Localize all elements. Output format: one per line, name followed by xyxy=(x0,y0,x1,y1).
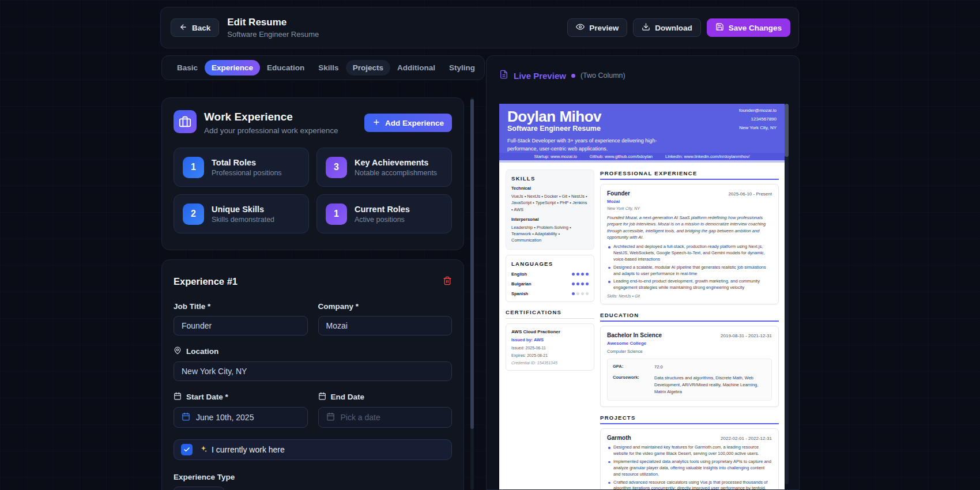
languages-title: LANGUAGES xyxy=(511,261,589,267)
job-title-input[interactable] xyxy=(174,316,308,336)
live-preview-panel: Live Preview (Two Column) Doylan Mihov S… xyxy=(486,55,800,490)
stat-value: 3 xyxy=(326,157,347,178)
tab-education[interactable]: Education xyxy=(260,60,311,76)
resume-location: New York City, NY xyxy=(739,126,777,130)
work-experience-title: Work Experience xyxy=(204,111,338,123)
tab-skills[interactable]: Skills xyxy=(311,60,345,76)
experience-company-link[interactable]: Mozai xyxy=(607,199,772,204)
end-date-placeholder: Pick a date xyxy=(341,413,380,422)
back-button[interactable]: Back xyxy=(171,18,219,37)
experience-1-card: Experience #1 Job Title * Company * xyxy=(161,259,464,490)
currently-work-here-row: I currently work here xyxy=(174,439,452,460)
bullet: Leading end-to-end product development, … xyxy=(607,278,772,291)
language-name: English xyxy=(511,272,527,277)
project-dates: 2022-02-01 - 2022-12-31 xyxy=(721,436,772,441)
education-school-link[interactable]: Awesome College xyxy=(607,341,772,346)
stat-sublabel: Notable accomplishments xyxy=(355,169,437,177)
add-experience-label: Add Experience xyxy=(385,119,444,127)
coursework-label: Coursework: xyxy=(613,375,651,395)
status-dot xyxy=(571,74,575,78)
stat-key-achievements: 3 Key Achievements Notable accomplishmen… xyxy=(316,148,452,187)
resume-link-github: Github: www.github.com/bdoylan xyxy=(590,154,653,159)
add-experience-button[interactable]: Add Experience xyxy=(364,114,452,132)
resume-phone: 1234567890 xyxy=(739,117,777,122)
location-label: Location xyxy=(186,347,218,356)
preview-button[interactable]: Preview xyxy=(567,18,627,37)
certification-issued: Issued: 2025-06-11 xyxy=(511,346,589,350)
plus-icon xyxy=(372,118,380,128)
currently-work-here-label: I currently work here xyxy=(212,445,285,454)
tab-basic[interactable]: Basic xyxy=(170,60,205,76)
experience-description: Founded Mozai, a next-generation AI SaaS… xyxy=(607,214,772,240)
editor-panel: Work Experience Add your professional wo… xyxy=(161,97,464,490)
section-tabs: Basic Experience Education Skills Projec… xyxy=(161,55,485,80)
experience-type-select[interactable] xyxy=(174,487,224,490)
top-bar: Back Edit Resume Software Engineer Resum… xyxy=(160,7,799,48)
preview-scrollbar-thumb[interactable] xyxy=(785,104,789,157)
work-experience-subtitle: Add your professional work experience xyxy=(204,126,338,135)
save-icon xyxy=(715,22,724,33)
certification-card: AWS Cloud Practioner Issued by: AWS Issu… xyxy=(506,323,594,371)
experience-1-title: Experience #1 xyxy=(174,276,238,287)
delete-experience-button[interactable] xyxy=(443,276,452,287)
editor-scrollbar-track[interactable] xyxy=(470,97,474,490)
gpa-label: GPA: xyxy=(613,364,651,371)
experience-location: New York City, NY xyxy=(607,206,772,210)
calendar-icon xyxy=(318,392,326,402)
coursework-value: Data structures and algorithms, Discrete… xyxy=(654,375,766,395)
live-preview-title: Live Preview xyxy=(514,71,566,81)
education-dates: 2019-08-31 - 2021-12-31 xyxy=(721,333,772,338)
calendar-icon xyxy=(182,412,190,423)
location-input[interactable] xyxy=(174,361,452,381)
language-level-dots xyxy=(572,273,589,276)
resume-role: Software Engineer Resume xyxy=(507,125,777,133)
tab-experience[interactable]: Experience xyxy=(205,60,260,76)
stat-sublabel: Skills demonstrated xyxy=(212,216,274,224)
skills-technical-list: VueJs • NextJs • Docker • Git • NestJs •… xyxy=(511,193,589,213)
start-date-value: June 10th, 2025 xyxy=(196,413,254,422)
resume-name: Doylan Mihov xyxy=(507,109,777,124)
download-icon xyxy=(642,22,650,33)
end-date-input[interactable]: Pick a date xyxy=(318,407,453,428)
certifications-title: CERTIFICATIONS xyxy=(506,309,594,319)
experience-dates: 2025-06-10 - Present xyxy=(728,191,772,197)
resume-preview: Doylan Mihov Software Engineer Resume Fu… xyxy=(499,104,785,490)
download-button[interactable]: Download xyxy=(633,18,701,37)
skills-technical-label: Technical xyxy=(511,186,589,191)
stat-unique-skills: 2 Unique Skills Skills demonstrated xyxy=(174,194,309,233)
experience-item: Founder 2025-06-10 - Present Mozai New Y… xyxy=(600,184,779,304)
currently-work-here-checkbox[interactable] xyxy=(181,444,193,455)
save-changes-button[interactable]: Save Changes xyxy=(707,18,790,37)
calendar-icon xyxy=(326,412,335,423)
trash-icon xyxy=(443,278,452,287)
editor-scrollbar-thumb[interactable] xyxy=(470,99,474,429)
job-title-label: Job Title * xyxy=(174,302,308,311)
work-experience-card: Work Experience Add your professional wo… xyxy=(161,97,464,250)
start-date-label: Start Date * xyxy=(186,393,228,401)
resume-summary: Full-Stack Developer with 3+ years of ex… xyxy=(507,137,674,153)
resume-link-linkedin: LinkedIn: www.linkedin.com/in/doylanmiho… xyxy=(665,154,749,159)
stat-label: Unique Skills xyxy=(212,205,274,214)
resume-links-bar: Startup: www.mozai.io Github: www.github… xyxy=(499,153,785,160)
education-item: Bachelor In Science 2019-08-31 - 2021-12… xyxy=(600,326,779,407)
work-experience-icon xyxy=(174,110,197,133)
gpa-value: 72.0 xyxy=(654,364,766,371)
tab-projects[interactable]: Projects xyxy=(346,60,390,76)
tab-styling[interactable]: Styling xyxy=(442,60,482,76)
resume-email: founder@mozai.io xyxy=(739,108,777,113)
bullet: Architected and deployed a full-stack, p… xyxy=(607,244,772,263)
map-pin-icon xyxy=(174,346,182,356)
experience-bullets: Architected and deployed a full-stack, p… xyxy=(607,244,772,291)
skills-interpersonal-list: Leadership • Problem-Solving • Teamwork … xyxy=(511,224,589,244)
divider xyxy=(600,321,779,322)
preview-scrollbar-track[interactable] xyxy=(785,104,789,484)
document-icon xyxy=(499,70,508,81)
company-input[interactable] xyxy=(318,316,453,336)
tab-additional[interactable]: Additional xyxy=(390,60,442,76)
bullet: Designed a scalable, modular AI pipeline… xyxy=(607,265,772,277)
resume-skills-section: SKILLS Technical VueJs • NextJs • Docker… xyxy=(506,169,594,250)
skills-title: SKILLS xyxy=(511,175,589,182)
end-date-label: End Date xyxy=(331,393,365,401)
start-date-input[interactable]: June 10th, 2025 xyxy=(174,407,308,428)
certification-credential: Credential ID: 154351345 xyxy=(511,361,589,365)
